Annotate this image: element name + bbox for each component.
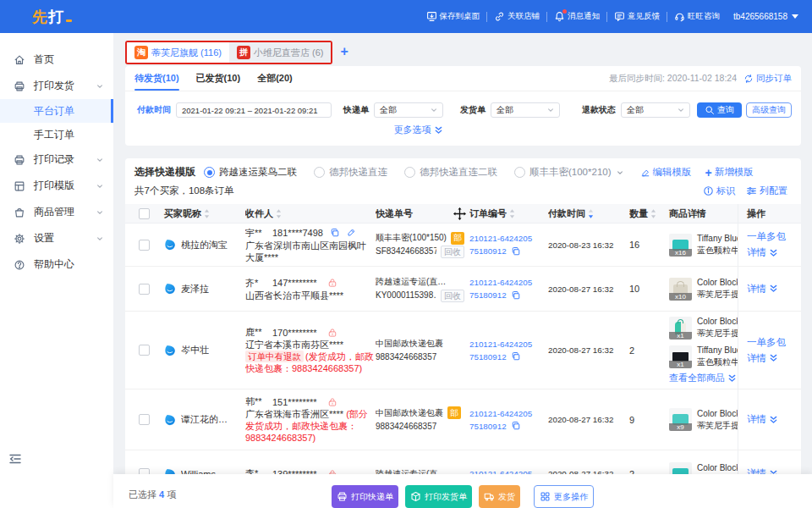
account-menu[interactable]: tb4265668158	[733, 12, 798, 21]
copy-icon[interactable]	[511, 351, 521, 362]
edit-icon[interactable]	[346, 228, 356, 238]
detail-link[interactable]: 详情	[747, 246, 796, 259]
recycle-badge[interactable]: 回收	[441, 290, 464, 302]
view-all-products-link[interactable]: 查看全部商品	[669, 372, 738, 384]
sidebar-item-gear[interactable]: 设置	[0, 225, 113, 251]
status-tab[interactable]: 待发货(10)	[134, 66, 179, 91]
express-template-radio[interactable]: 跨越速运菜鸟二联	[204, 166, 297, 179]
copy-icon[interactable]	[511, 290, 521, 301]
打印发货单-button[interactable]: 打印发货单	[405, 485, 472, 508]
topnav-link[interactable]: 关联店铺	[487, 11, 546, 22]
detail-link[interactable]: 详情	[747, 352, 796, 365]
column-header[interactable]: 收件人	[245, 207, 376, 220]
product-name[interactable]: Tiffany Blue蓝色颗粒牛	[697, 233, 738, 257]
sidebar-item-help[interactable]: 帮助中心	[0, 251, 113, 278]
topnav-headset[interactable]: 旺旺咨询	[667, 11, 727, 22]
order-number-line[interactable]: 210121-6424205	[469, 232, 543, 245]
express-template-radio[interactable]: 顺丰丰密(100*210)	[514, 166, 612, 179]
wangwang-icon[interactable]	[164, 345, 176, 356]
row-checkbox[interactable]	[139, 240, 150, 251]
recycle-badge[interactable]: 回收	[441, 246, 464, 258]
filter-select-发货单[interactable]: 全部	[491, 102, 560, 118]
order-number-line[interactable]: 75180912	[469, 289, 543, 301]
row-checkbox[interactable]	[139, 345, 150, 356]
row-checkbox[interactable]	[139, 414, 150, 425]
select-all-checkbox[interactable]	[139, 208, 150, 219]
filter-select-快递单[interactable]: 全部	[374, 102, 443, 118]
express-template-radio[interactable]: 德邦快递直连二联	[404, 166, 497, 179]
sort-icon[interactable]	[650, 209, 656, 218]
column-config-link[interactable]: 列配置	[746, 185, 787, 197]
filter-select-退款状态[interactable]: 全部	[621, 102, 690, 118]
column-header[interactable]: 订单编号	[469, 207, 548, 220]
product-thumbnail[interactable]: x10	[669, 278, 692, 301]
更多操作-button[interactable]: 更多操作	[534, 485, 594, 508]
product-thumbnail[interactable]: x1	[669, 317, 692, 340]
search-button[interactable]: 查询	[697, 102, 742, 118]
more-options-link[interactable]: 更多选项	[394, 124, 443, 136]
multi-package-link[interactable]: 一单多包	[747, 336, 796, 349]
product-thumbnail[interactable]: x16	[669, 234, 692, 257]
copy-icon[interactable]	[511, 246, 521, 257]
multi-package-link[interactable]: 一单多包	[747, 230, 796, 243]
sidebar-item-template[interactable]: 打印模版	[0, 173, 113, 199]
sidebar-item-record[interactable]: 打印记录	[0, 146, 113, 173]
product-name[interactable]: Color Block蒂芙尼手提	[697, 408, 738, 432]
order-number-line[interactable]: 210121-6424205	[469, 338, 543, 351]
order-number-line[interactable]: 210121-6424205	[469, 276, 543, 289]
topnav-feedback[interactable]: 意见反馈	[607, 11, 667, 22]
sidebar-subitem[interactable]: 手工订单	[0, 123, 113, 146]
wangwang-icon[interactable]	[164, 283, 176, 295]
buyer-nickname[interactable]: 桃拉的淘宝	[181, 239, 228, 251]
product-thumbnail[interactable]: x1	[669, 345, 692, 368]
发货-button[interactable]: 发货	[479, 485, 520, 508]
sort-icon[interactable]	[509, 209, 515, 218]
store-tab[interactable]: 拼小维尼直营店 (6)	[229, 42, 332, 63]
detail-link[interactable]: 详情	[747, 283, 796, 295]
wangwang-icon[interactable]	[164, 414, 176, 426]
order-number-line[interactable]: 75180912	[469, 351, 543, 363]
column-header[interactable]: 买家昵称	[156, 207, 245, 220]
product-name[interactable]: Tiffany Blue蓝色颗粒牛	[697, 345, 738, 368]
sidebar-subitem[interactable]: 平台订单	[0, 99, 113, 123]
status-tab[interactable]: 已发货(10)	[196, 66, 241, 91]
order-number-line[interactable]: 75180912	[469, 420, 543, 433]
pay-time-label[interactable]: 付款时间	[137, 104, 171, 116]
product-name[interactable]: Color Block蒂芙尼手提	[697, 277, 738, 301]
express-template-radio[interactable]: 德邦快递直连	[314, 166, 387, 179]
advanced-search-button[interactable]: 高级查询	[746, 102, 792, 118]
column-header[interactable]: 数量	[629, 207, 665, 220]
lock-icon[interactable]	[327, 397, 337, 407]
template-chevron-icon[interactable]	[617, 169, 623, 176]
打印快递单-button[interactable]: 打印快递单	[332, 485, 398, 508]
lock-icon[interactable]	[327, 328, 337, 338]
mark-link[interactable]: 标识	[703, 185, 735, 197]
row-checkbox[interactable]	[139, 284, 150, 295]
sidebar-item-printer[interactable]: 打印发货	[0, 73, 113, 99]
topnav-bell[interactable]: 消息通知	[547, 11, 606, 22]
store-tab[interactable]: 淘蒂芙尼旗舰 (116)	[127, 42, 229, 63]
buyer-nickname[interactable]: 岑中壮	[181, 344, 209, 356]
sort-icon[interactable]	[276, 209, 282, 218]
lock-icon[interactable]	[327, 278, 337, 288]
buyer-nickname[interactable]: 谭江花的…	[181, 413, 228, 426]
sidebar-collapse-icon[interactable]	[9, 454, 21, 464]
product-thumbnail[interactable]: x9	[669, 408, 692, 431]
sort-icon[interactable]	[588, 209, 594, 218]
sort-icon[interactable]	[204, 209, 210, 218]
status-tab[interactable]: 全部(20)	[257, 66, 293, 91]
sidebar-item-goods[interactable]: 商品管理	[0, 199, 113, 225]
sidebar-item-home[interactable]: 首页	[0, 47, 113, 73]
add-store-button[interactable]: +	[340, 45, 348, 58]
pay-time-range-input[interactable]: 2021-01-22 09:21 – 2021-01-22 09:21	[176, 102, 332, 118]
order-number-line[interactable]: 75180912	[469, 245, 543, 257]
wangwang-icon[interactable]	[164, 239, 176, 251]
topnav-save[interactable]: 保存到桌面	[420, 11, 487, 22]
detail-link[interactable]: 详情	[747, 413, 796, 426]
column-header[interactable]: 付款时间	[548, 207, 629, 220]
copy-icon[interactable]	[511, 421, 521, 431]
edit-template-link[interactable]: 编辑模版	[640, 166, 692, 179]
product-name[interactable]: Color Block蒂芙尼手提	[697, 316, 738, 340]
sync-orders-link[interactable]: 同步订单	[743, 73, 792, 85]
add-template-link[interactable]: + 新增模版	[705, 166, 754, 179]
